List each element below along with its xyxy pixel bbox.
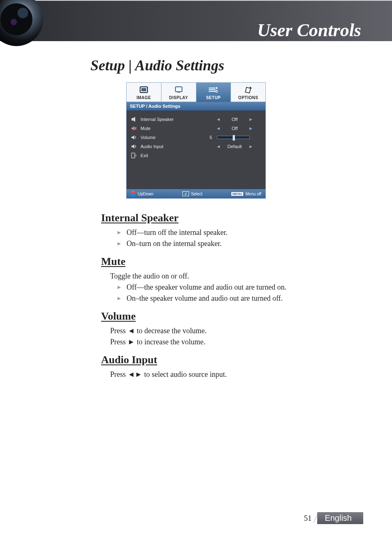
osd-row-value: Default xyxy=(222,144,247,149)
slider-knob[interactable] xyxy=(233,135,235,141)
osd-tab-label: IMAGE xyxy=(127,95,161,100)
options-icon xyxy=(231,85,265,94)
menu-badge: MENU xyxy=(231,192,244,196)
display-icon xyxy=(161,85,196,94)
heading-internal-speaker: Internal Speaker xyxy=(101,212,355,224)
list-item: Off—the speaker volume and audio out are… xyxy=(118,283,355,292)
page-title: Setup | Audio Settings xyxy=(90,57,392,74)
osd-tab-setup[interactable]: SETUP xyxy=(196,83,231,102)
speaker-icon xyxy=(131,116,137,123)
section-title: User Controls xyxy=(257,20,361,41)
enter-icon: ↲ xyxy=(182,191,189,196)
osd-row-audio-input[interactable]: Audio Input ◀ Default ▶ xyxy=(131,142,261,151)
svg-point-1 xyxy=(0,3,32,35)
osd-tab-label: OPTIONS xyxy=(231,95,265,100)
page-number: 51 xyxy=(304,514,313,523)
osd-panel: IMAGE DISPLAY SETUP OPTIONS SETUP / Audi… xyxy=(126,82,266,199)
osd-tab-display[interactable]: DISPLAY xyxy=(161,83,196,102)
svg-rect-7 xyxy=(178,92,180,93)
page-header: User Controls xyxy=(0,0,392,41)
osd-foot-updown: UpDown xyxy=(138,192,153,196)
svg-point-11 xyxy=(216,87,217,89)
osd-foot-menuoff: Menu off xyxy=(245,192,261,196)
chevron-right-icon: ▶ xyxy=(249,144,252,149)
mute-icon xyxy=(131,125,137,132)
svg-rect-9 xyxy=(209,89,215,90)
osd-body: Internal Speaker ◀ Off ▶ Mute ◀ Off ▶ Vo… xyxy=(127,111,265,189)
chevron-left-icon: ◀ xyxy=(217,144,220,149)
osd-row-internal-speaker[interactable]: Internal Speaker ◀ Off ▶ xyxy=(131,115,261,124)
osd-foot-select: Select xyxy=(191,192,203,196)
image-icon xyxy=(127,85,161,94)
osd-row-exit[interactable]: Exit xyxy=(131,151,261,160)
para-volume-inc: Press ► to increase the volume. xyxy=(110,338,355,346)
svg-rect-8 xyxy=(209,88,215,88)
language-badge: English xyxy=(317,512,363,524)
para-volume-dec: Press ◄ to decrease the volume. xyxy=(110,327,355,335)
osd-tab-image[interactable]: IMAGE xyxy=(127,83,161,102)
list-item: On–turn on the internal speaker. xyxy=(118,239,355,248)
osd-row-value: Off xyxy=(222,117,247,122)
osd-row-label: Exit xyxy=(141,153,261,158)
volume-slider[interactable] xyxy=(217,136,250,139)
svg-point-2 xyxy=(18,7,28,18)
osd-row-value: 5 xyxy=(208,135,214,140)
osd-footer: UpDown ↲ Select MENU Menu off xyxy=(127,189,265,198)
list-internal-speaker: Off—turn off the internal speaker. On–tu… xyxy=(118,228,355,248)
osd-row-label: Volume xyxy=(141,135,205,140)
page-footer: 51 English xyxy=(304,512,363,524)
svg-point-3 xyxy=(11,19,17,26)
heading-mute: Mute xyxy=(101,255,355,268)
audio-input-icon xyxy=(131,143,137,150)
svg-rect-6 xyxy=(175,87,182,92)
lens-decoration xyxy=(0,0,43,46)
svg-rect-13 xyxy=(131,118,133,121)
svg-point-12 xyxy=(216,91,217,92)
osd-row-value: Off xyxy=(222,126,247,131)
osd-row-label: Mute xyxy=(141,126,205,131)
heading-volume: Volume xyxy=(101,310,355,323)
svg-marker-19 xyxy=(131,144,134,149)
osd-tab-options[interactable]: OPTIONS xyxy=(231,83,265,102)
list-mute: Off—the speaker volume and audio out are… xyxy=(118,283,355,303)
exit-icon xyxy=(131,152,137,159)
svg-marker-18 xyxy=(131,135,134,139)
chevron-left-icon: ◀ xyxy=(217,117,220,121)
heading-audio-input: Audio Input xyxy=(101,354,355,366)
osd-breadcrumb: SETUP / Audio Settings xyxy=(127,102,265,111)
para-mute-intro: Toggle the audio on or off. xyxy=(110,272,355,281)
svg-rect-10 xyxy=(209,91,215,92)
content: Internal Speaker Off—turn off the intern… xyxy=(103,212,355,379)
list-item: Off—turn off the internal speaker. xyxy=(118,228,355,237)
osd-tab-label: SETUP xyxy=(196,95,231,100)
list-item: On–the speaker volume and audio out are … xyxy=(118,294,355,303)
osd-tabs: IMAGE DISPLAY SETUP OPTIONS xyxy=(127,83,265,102)
osd-tab-label: DISPLAY xyxy=(161,95,196,100)
svg-rect-5 xyxy=(141,88,146,91)
osd-row-volume[interactable]: Volume 5 xyxy=(131,133,261,142)
osd-row-label: Audio Input xyxy=(141,144,205,149)
updown-icon xyxy=(130,190,137,197)
chevron-left-icon: ◀ xyxy=(217,126,220,130)
setup-icon xyxy=(196,85,231,94)
svg-marker-14 xyxy=(133,117,135,122)
svg-marker-15 xyxy=(131,126,134,130)
osd-row-mute[interactable]: Mute ◀ Off ▶ xyxy=(131,124,261,133)
chevron-right-icon: ▶ xyxy=(249,126,252,130)
osd-row-label: Internal Speaker xyxy=(141,117,205,122)
para-audio-input: Press ◄► to select audio source input. xyxy=(110,370,355,379)
volume-icon xyxy=(131,134,137,141)
chevron-right-icon: ▶ xyxy=(249,117,252,121)
